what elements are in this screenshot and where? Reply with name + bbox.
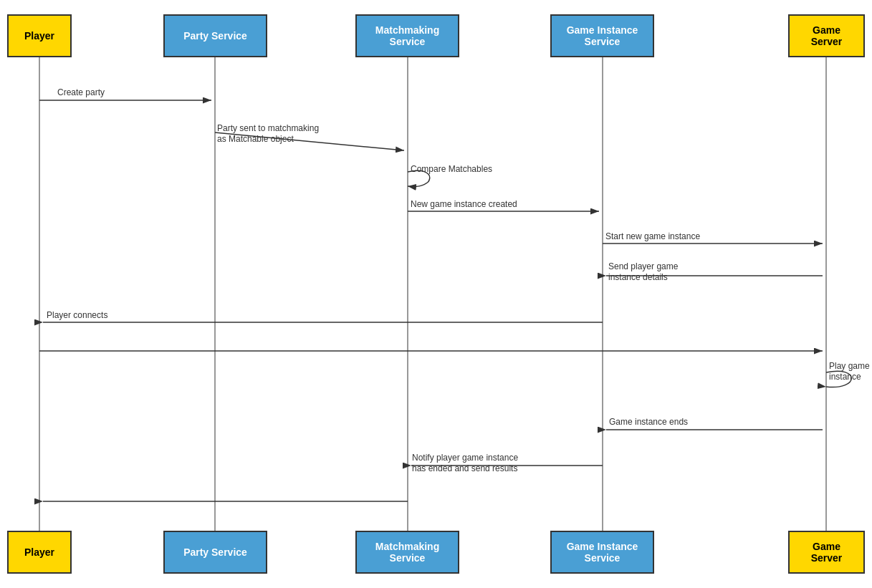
svg-text:as Matchable object: as Matchable object bbox=[217, 134, 294, 144]
svg-text:has ended and send results: has ended and send results bbox=[412, 463, 517, 473]
actor-player-bottom-label: Player bbox=[24, 546, 54, 558]
actor-gameinstance-top-label: Game InstanceService bbox=[567, 24, 638, 47]
actor-matchmaking-top: MatchmakingService bbox=[355, 14, 459, 57]
svg-text:Party sent to matchmaking: Party sent to matchmaking bbox=[217, 123, 319, 133]
svg-text:Player connects: Player connects bbox=[47, 310, 107, 320]
actor-player-bottom: Player bbox=[7, 531, 72, 574]
actor-gameinstance-bottom-label: Game InstanceService bbox=[567, 541, 638, 564]
actor-matchmaking-bottom: MatchmakingService bbox=[355, 531, 459, 574]
svg-line-9 bbox=[215, 132, 404, 150]
actor-gameserver-top-label: Game Server bbox=[797, 24, 856, 47]
actor-matchmaking-bottom-label: MatchmakingService bbox=[375, 541, 439, 564]
svg-text:Start new game instance: Start new game instance bbox=[605, 231, 700, 241]
actor-party-top-label: Party Service bbox=[183, 30, 247, 42]
actor-gameinstance-bottom: Game InstanceService bbox=[550, 531, 654, 574]
svg-text:instance details: instance details bbox=[608, 272, 668, 282]
actor-gameinstance-top: Game InstanceService bbox=[550, 14, 654, 57]
actor-party-bottom: Party Service bbox=[163, 531, 267, 574]
diagram-svg: Create party Party sent to matchmaking a… bbox=[0, 0, 872, 588]
svg-text:Play game: Play game bbox=[829, 361, 870, 371]
actor-player-top-label: Player bbox=[24, 30, 54, 42]
svg-text:New game instance created: New game instance created bbox=[411, 199, 517, 209]
sequence-diagram: Player Party Service MatchmakingService … bbox=[0, 0, 872, 588]
actor-gameserver-bottom-label: Game Server bbox=[797, 541, 856, 564]
svg-text:Create party: Create party bbox=[57, 87, 105, 97]
actor-player-top: Player bbox=[7, 14, 72, 57]
svg-text:Notify player game instance: Notify player game instance bbox=[412, 453, 518, 463]
actor-matchmaking-top-label: MatchmakingService bbox=[375, 24, 439, 47]
svg-text:Game instance ends: Game instance ends bbox=[609, 417, 688, 427]
actor-gameserver-bottom: Game Server bbox=[788, 531, 865, 574]
actor-party-top: Party Service bbox=[163, 14, 267, 57]
svg-text:Compare Matchables: Compare Matchables bbox=[411, 164, 492, 174]
svg-text:instance: instance bbox=[829, 372, 861, 382]
actor-gameserver-top: Game Server bbox=[788, 14, 865, 57]
svg-text:Send player game: Send player game bbox=[608, 261, 679, 271]
actor-party-bottom-label: Party Service bbox=[183, 546, 247, 558]
